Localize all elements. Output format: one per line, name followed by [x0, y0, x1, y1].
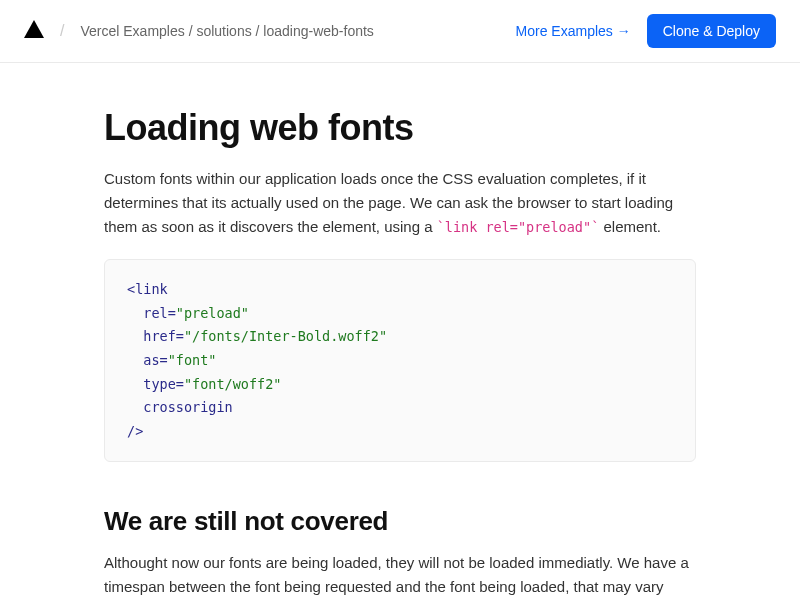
inline-code-preload: link rel="preload" — [437, 219, 600, 235]
vercel-logo-icon[interactable] — [24, 20, 44, 42]
more-examples-link[interactable]: More Examples → — [516, 23, 631, 39]
intro-text-after: element. — [603, 218, 661, 235]
breadcrumb-section[interactable]: solutions — [196, 23, 251, 39]
clone-deploy-button[interactable]: Clone & Deploy — [647, 14, 776, 48]
slash-divider: / — [60, 22, 64, 40]
intro-paragraph: Custom fonts within our application load… — [104, 167, 696, 239]
main-content: Loading web fonts Custom fonts within ou… — [80, 63, 720, 600]
page-title: Loading web fonts — [104, 107, 696, 149]
svg-marker-0 — [24, 20, 44, 38]
section-heading: We are still not covered — [104, 506, 696, 537]
header-left: / Vercel Examples / solutions / loading-… — [24, 20, 374, 42]
header: / Vercel Examples / solutions / loading-… — [0, 0, 800, 63]
breadcrumb-page[interactable]: loading-web-fonts — [263, 23, 374, 39]
code-block: <link rel="preload" href="/fonts/Inter-B… — [104, 259, 696, 462]
breadcrumb: Vercel Examples / solutions / loading-we… — [80, 23, 373, 39]
breadcrumb-root[interactable]: Vercel Examples — [80, 23, 184, 39]
paragraph-2: Althought now our fonts are being loaded… — [104, 551, 696, 600]
header-right: More Examples → Clone & Deploy — [516, 14, 776, 48]
